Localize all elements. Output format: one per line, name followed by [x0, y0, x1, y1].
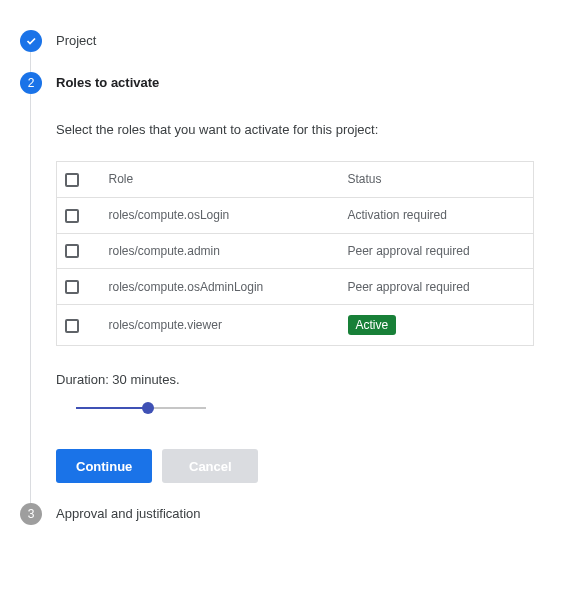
row-checkbox[interactable] [65, 280, 79, 294]
slider-thumb[interactable] [142, 402, 154, 414]
step-title-approval[interactable]: Approval and justification [56, 503, 544, 525]
select-all-checkbox[interactable] [65, 173, 79, 187]
roles-table: Role Status roles/compute.osLogin Activa… [56, 161, 534, 346]
step-body: Select the roles that you want to activa… [56, 122, 544, 483]
duration-slider[interactable] [76, 401, 206, 415]
header-role: Role [101, 162, 340, 198]
slider-fill [76, 407, 148, 409]
role-cell: roles/compute.viewer [101, 305, 340, 346]
step-approval: 3 Approval and justification [20, 503, 544, 545]
step-connector [30, 94, 31, 503]
role-cell: roles/compute.osLogin [101, 197, 340, 233]
duration-block: Duration: 30 minutes. [56, 372, 534, 415]
stepper: Project 2 Roles to activate Select the r… [20, 30, 544, 545]
check-icon [25, 35, 37, 47]
status-badge-active: Active [348, 315, 397, 335]
table-row: roles/compute.viewer Active [57, 305, 534, 346]
table-row: roles/compute.admin Peer approval requir… [57, 233, 534, 269]
table-row: roles/compute.osLogin Activation require… [57, 197, 534, 233]
step-project: Project [20, 30, 544, 72]
step-connector [30, 52, 31, 72]
step-title-project[interactable]: Project [56, 30, 544, 52]
status-cell: Peer approval required [340, 269, 534, 305]
table-row: roles/compute.osAdminLogin Peer approval… [57, 269, 534, 305]
step-indicator-active: 2 [20, 72, 42, 94]
row-checkbox[interactable] [65, 319, 79, 333]
continue-button[interactable]: Continue [56, 449, 152, 483]
step-title-roles: Roles to activate [56, 72, 544, 94]
header-checkbox-cell [57, 162, 101, 198]
row-checkbox[interactable] [65, 209, 79, 223]
cancel-button[interactable]: Cancel [162, 449, 258, 483]
status-cell: Activation required [340, 197, 534, 233]
header-status: Status [340, 162, 534, 198]
button-row: Continue Cancel [56, 449, 534, 483]
row-checkbox[interactable] [65, 244, 79, 258]
duration-label: Duration: 30 minutes. [56, 372, 534, 387]
status-cell: Peer approval required [340, 233, 534, 269]
step-indicator-completed [20, 30, 42, 52]
role-cell: roles/compute.admin [101, 233, 340, 269]
step-roles: 2 Roles to activate Select the roles tha… [20, 72, 544, 503]
status-cell: Active [340, 305, 534, 346]
table-header-row: Role Status [57, 162, 534, 198]
step-indicator-inactive: 3 [20, 503, 42, 525]
instruction-text: Select the roles that you want to activa… [56, 122, 534, 137]
role-cell: roles/compute.osAdminLogin [101, 269, 340, 305]
